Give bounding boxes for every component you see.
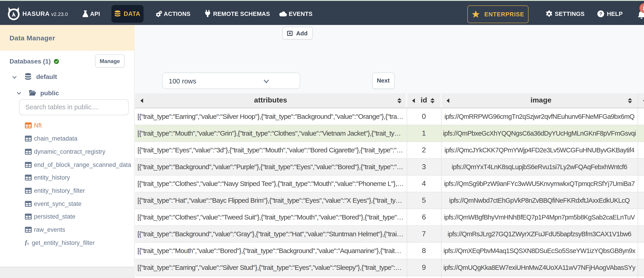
svg-text:?: ?	[600, 11, 602, 16]
